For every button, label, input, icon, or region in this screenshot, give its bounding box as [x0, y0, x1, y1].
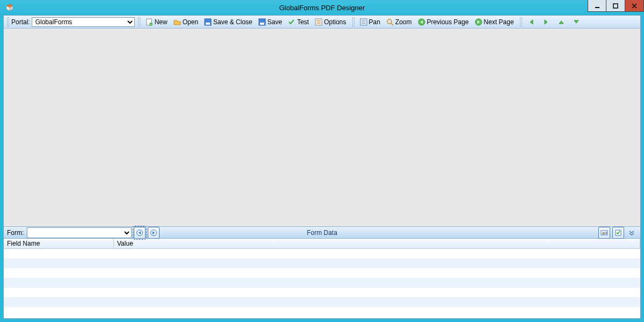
main-toolbar: Portal: GlobalForms + New Open Save & Cl… [4, 16, 640, 28]
new-button[interactable]: + New [143, 17, 170, 27]
table-row[interactable] [4, 268, 640, 278]
test-button[interactable]: Test [285, 17, 311, 27]
form-prev-button[interactable] [134, 227, 146, 239]
options-label: Options [324, 18, 346, 26]
nav-right-button[interactable] [540, 17, 554, 27]
checkbox-tool-button[interactable] [612, 227, 624, 239]
save-close-label: Save & Close [213, 18, 252, 26]
grid-body [4, 249, 640, 317]
prev-page-label: Previous Page [427, 18, 469, 26]
title-bar: GlobalForms PDF Designer [0, 0, 644, 15]
portal-label: Portal: [11, 18, 30, 26]
svg-text:+: + [150, 23, 151, 26]
nav-left-button[interactable] [525, 17, 539, 27]
nav-up-button[interactable] [555, 17, 569, 27]
next-page-icon [474, 18, 483, 26]
checkbox-icon [614, 229, 622, 237]
zoom-label: Zoom [395, 18, 412, 26]
new-file-icon: + [145, 18, 154, 26]
arrow-down-icon [572, 18, 581, 26]
options-button[interactable]: Options [312, 17, 348, 27]
options-icon [314, 18, 323, 26]
svg-text:abl: abl [602, 231, 607, 235]
textbox-icon: abl [600, 230, 608, 236]
table-row[interactable] [4, 259, 640, 268]
table-row[interactable] [4, 297, 640, 307]
toolbar-grip [352, 17, 354, 27]
open-label: Open [183, 18, 198, 26]
arrow-right-icon [542, 18, 551, 26]
nav-down-button[interactable] [570, 17, 584, 27]
pan-button[interactable]: Pan [357, 17, 382, 27]
portal-select[interactable]: GlobalForms [32, 17, 135, 27]
svg-line-23 [391, 23, 393, 25]
textbox-tool-button[interactable]: abl [598, 227, 610, 239]
collapse-toggle[interactable] [628, 230, 637, 236]
maximize-button[interactable] [606, 0, 625, 12]
prev-page-icon [417, 18, 426, 26]
svg-rect-13 [260, 23, 264, 25]
form-select[interactable] [27, 227, 132, 238]
zoom-button[interactable]: Zoom [383, 17, 414, 27]
zoom-icon [386, 18, 394, 26]
app-icon [5, 3, 14, 12]
svg-point-22 [387, 19, 392, 24]
save-label: Save [267, 18, 282, 26]
save-icon [258, 18, 266, 26]
col-value[interactable]: Value [114, 239, 640, 248]
chevron-down-icon [628, 230, 635, 236]
form-data-title: Form Data [307, 229, 337, 237]
toolbar-grip [7, 17, 9, 27]
svg-rect-11 [206, 23, 210, 25]
prev-page-button[interactable]: Previous Page [415, 17, 471, 27]
folder-open-icon [173, 18, 182, 26]
design-canvas[interactable] [4, 28, 640, 226]
svg-rect-4 [613, 4, 618, 8]
arrow-right-icon [150, 229, 157, 237]
client-area: Portal: GlobalForms + New Open Save & Cl… [3, 15, 641, 319]
next-page-button[interactable]: Next Page [472, 17, 516, 27]
window-controls [588, 0, 644, 12]
arrow-up-icon [557, 18, 566, 26]
save-close-button[interactable]: Save & Close [201, 17, 255, 27]
next-page-label: Next Page [484, 18, 514, 26]
arrow-left-icon [527, 18, 536, 26]
form-next-button[interactable] [148, 227, 160, 239]
pan-label: Pan [369, 18, 380, 26]
minimize-button[interactable] [588, 0, 606, 12]
form-data-header: Form: Form Data abl [4, 226, 640, 239]
save-close-icon [204, 18, 212, 26]
window-title: GlobalForms PDF Designer [279, 4, 365, 12]
table-row[interactable] [4, 307, 640, 317]
table-row[interactable] [4, 249, 640, 259]
check-icon [287, 18, 296, 26]
pan-icon [359, 18, 368, 26]
toolbar-grip [138, 17, 140, 27]
test-label: Test [297, 18, 309, 26]
table-row[interactable] [4, 288, 640, 297]
form-label: Form: [7, 229, 24, 237]
toolbar-grip [520, 17, 522, 27]
close-button[interactable] [625, 0, 644, 12]
save-button[interactable]: Save [256, 17, 284, 27]
arrow-left-icon [136, 229, 143, 237]
new-label: New [155, 18, 168, 26]
col-field-name[interactable]: Field Name [4, 239, 114, 248]
grid-header-row: Field Name Value [4, 239, 640, 249]
form-data-grid: Field Name Value [4, 239, 640, 318]
open-button[interactable]: Open [171, 17, 200, 27]
table-row[interactable] [4, 278, 640, 288]
